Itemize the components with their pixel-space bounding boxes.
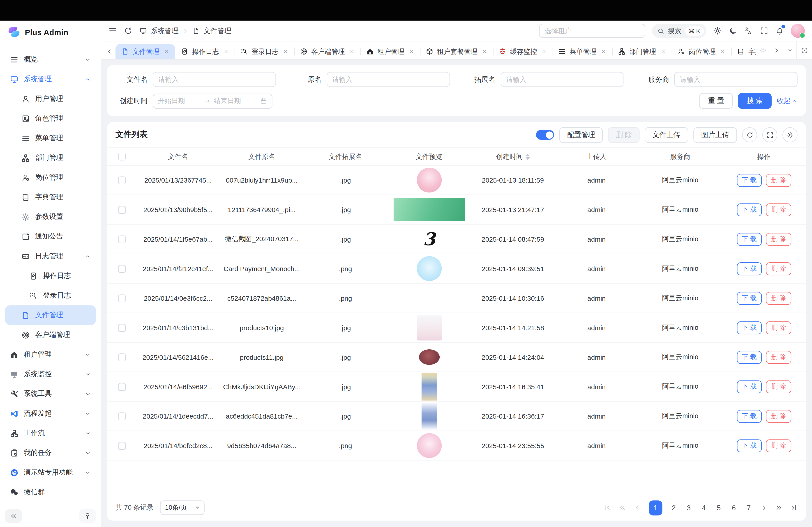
breadcrumb-item[interactable]: 文件管理	[203, 26, 231, 35]
sidebar-item-system-management[interactable]: 系统管理	[5, 70, 96, 89]
original-name-input[interactable]	[327, 72, 450, 87]
file-preview-image[interactable]	[417, 168, 441, 193]
collapse-filter-link[interactable]: 收起	[777, 96, 798, 105]
row-checkbox[interactable]	[118, 176, 126, 184]
delete-button[interactable]: 删 除	[766, 203, 791, 216]
file-preview-image[interactable]	[421, 373, 437, 401]
sidebar-item-dept-management[interactable]: 部门管理	[5, 148, 96, 168]
row-checkbox[interactable]	[118, 235, 126, 243]
tenant-select-input[interactable]	[539, 24, 645, 38]
extension-input[interactable]	[501, 72, 624, 87]
provider-input[interactable]	[675, 72, 798, 87]
file-preview-image[interactable]	[421, 402, 437, 430]
tab-client-management[interactable]: 客户端管理	[294, 44, 360, 59]
breadcrumb-item[interactable]: 系统管理	[151, 26, 179, 35]
sidebar-item-notice[interactable]: 通知公告	[5, 227, 96, 246]
pager-page-6[interactable]: 6	[730, 504, 737, 511]
sidebar-item-process-start[interactable]: 流程发起	[5, 404, 96, 423]
sidebar-item-file-management[interactable]: 文件管理	[5, 305, 96, 325]
tab-post-management[interactable]: 岗位管理	[672, 44, 731, 59]
pager-prev-button[interactable]	[634, 504, 641, 511]
file-preview-image[interactable]: 3	[417, 226, 441, 252]
delete-button[interactable]: 删 除	[766, 409, 791, 422]
file-preview-image[interactable]	[417, 286, 441, 311]
row-checkbox[interactable]	[118, 353, 126, 361]
pager-next10-button[interactable]	[775, 504, 782, 511]
file-preview-image[interactable]	[419, 349, 440, 365]
download-button[interactable]: 下 载	[737, 380, 762, 393]
download-button[interactable]: 下 载	[737, 321, 762, 334]
sidebar-item-login-log[interactable]: 登录日志	[5, 286, 96, 305]
delete-button[interactable]: 删 除	[766, 321, 791, 334]
notification-bell-icon[interactable]	[775, 26, 784, 35]
row-checkbox[interactable]	[118, 412, 126, 420]
row-checkbox[interactable]	[118, 265, 126, 272]
search-button[interactable]: 搜 索	[738, 93, 772, 109]
pager-next-button[interactable]	[760, 504, 767, 511]
sidebar-item-client-management[interactable]: 客户端管理	[5, 325, 96, 345]
delete-button[interactable]: 删 除	[766, 174, 791, 186]
refresh-icon[interactable]	[124, 26, 133, 35]
delete-button[interactable]: 删 除	[766, 350, 791, 363]
table-settings-button[interactable]	[782, 127, 798, 142]
hamburger-icon[interactable]	[108, 26, 117, 35]
sidebar-pin-button[interactable]	[79, 509, 96, 523]
tab-tenant-management[interactable]: 租户管理	[360, 44, 420, 59]
tabs-scroll-right-button[interactable]	[770, 42, 783, 59]
table-fullscreen-button[interactable]	[763, 127, 778, 142]
fullscreen-icon[interactable]	[760, 26, 768, 35]
translate-icon[interactable]: 文A	[744, 26, 753, 35]
search-toggle-switch[interactable]	[536, 130, 554, 140]
tab-dict-management[interactable]: 字典管理	[731, 44, 756, 59]
sidebar-item-demo-features[interactable]: 演示站专用功能	[5, 463, 96, 482]
settings-gear-icon[interactable]	[713, 26, 722, 35]
delete-button[interactable]: 删 除	[766, 380, 791, 393]
download-button[interactable]: 下 载	[737, 174, 762, 186]
sidebar-item-my-tasks[interactable]: 我的任务	[5, 443, 96, 463]
row-checkbox[interactable]	[118, 383, 126, 390]
page-size-select[interactable]: 10条/页	[160, 500, 204, 515]
download-button[interactable]: 下 载	[737, 292, 762, 304]
select-all-checkbox[interactable]	[118, 153, 126, 160]
tab-file-management[interactable]: 文件管理	[115, 44, 175, 59]
sidebar-item-overview[interactable]: 概览	[5, 49, 96, 69]
row-checkbox[interactable]	[118, 206, 126, 213]
download-button[interactable]: 下 载	[737, 232, 762, 245]
reset-button[interactable]: 重 置	[699, 93, 733, 109]
sidebar-item-tenant-management[interactable]: 租户管理	[5, 345, 96, 364]
pager-first-button[interactable]	[604, 504, 611, 511]
tab-operation-log[interactable]: 操作日志	[175, 44, 235, 59]
sidebar-item-param-settings[interactable]: 参数设置	[5, 207, 96, 227]
tabs-dropdown-button[interactable]	[783, 42, 796, 59]
tab-menu-management[interactable]: 菜单管理	[553, 44, 612, 59]
tabs-scroll-left-button[interactable]	[103, 44, 115, 59]
partial-tab[interactable]	[756, 42, 770, 59]
column-header[interactable]: 创建时间	[471, 152, 555, 161]
sidebar-item-workflow[interactable]: 工作流	[5, 423, 96, 443]
brand-logo[interactable]: Plus Admin	[0, 21, 101, 44]
sidebar-item-wechat-group[interactable]: 微信群	[5, 482, 96, 502]
download-button[interactable]: 下 载	[737, 409, 762, 422]
download-button[interactable]: 下 载	[737, 350, 762, 363]
pager-page-2[interactable]: 2	[670, 504, 677, 511]
file-upload-button[interactable]: 文件上传	[644, 127, 688, 143]
user-avatar[interactable]	[791, 24, 805, 38]
sidebar-item-user-management[interactable]: 用户管理	[5, 89, 96, 109]
sidebar-collapse-button[interactable]	[5, 509, 21, 523]
batch-delete-button[interactable]: 删 除	[608, 127, 640, 143]
global-search-button[interactable]: 搜索 ⌘ K	[652, 24, 707, 38]
delete-button[interactable]: 删 除	[766, 232, 791, 245]
tab-tenant-package-management[interactable]: 租户套餐管理	[420, 44, 493, 59]
tab-cache-monitor[interactable]: 缓存监控	[493, 44, 553, 59]
pager-last-button[interactable]	[791, 504, 798, 511]
image-upload-button[interactable]: 图片上传	[693, 127, 737, 143]
sidebar-item-system-tools[interactable]: 系统工具	[5, 384, 96, 404]
content-fullscreen-button[interactable]	[796, 42, 812, 59]
pager-page-1[interactable]: 1	[649, 500, 663, 515]
file-preview-image[interactable]	[417, 433, 441, 458]
download-button[interactable]: 下 载	[737, 262, 762, 275]
pager-page-7[interactable]: 7	[745, 504, 752, 511]
pager-page-3[interactable]: 3	[685, 504, 693, 511]
file-preview-image[interactable]	[393, 198, 465, 221]
row-checkbox[interactable]	[118, 442, 126, 450]
